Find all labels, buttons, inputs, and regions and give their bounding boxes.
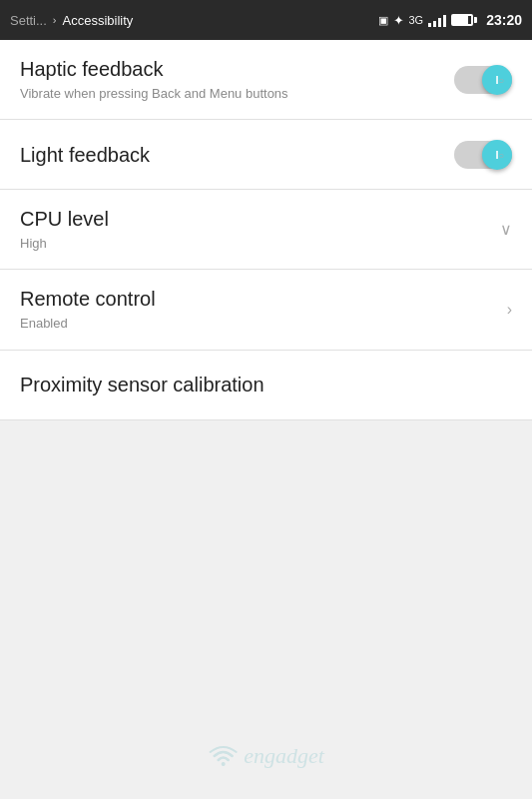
watermark: engadget [208, 743, 324, 769]
light-toggle-off-label: ○ [498, 149, 504, 160]
sim-icon: ▣ [378, 14, 388, 27]
haptic-feedback-item[interactable]: Haptic feedback Vibrate when pressing Ba… [0, 40, 532, 120]
remote-control-chevron-icon: › [507, 301, 512, 319]
remote-control-title: Remote control [20, 286, 507, 312]
settings-list: Haptic feedback Vibrate when pressing Ba… [0, 40, 532, 420]
light-feedback-toggle[interactable]: I ○ [454, 141, 512, 169]
remote-control-text: Remote control Enabled [20, 286, 507, 333]
cpu-level-title: CPU level [20, 206, 500, 232]
light-feedback-title: Light feedback [20, 142, 454, 168]
svg-point-0 [221, 762, 225, 766]
status-time: 23:20 [486, 12, 522, 28]
breadcrumb-current: Accessibility [63, 13, 134, 28]
proximity-sensor-title: Proximity sensor calibration [20, 372, 265, 398]
status-bar: Setti... › Accessibility ▣ ✦ 3G 23:20 [0, 0, 532, 40]
network-type: 3G [409, 14, 424, 26]
signal-strength-icon [428, 13, 446, 27]
haptic-feedback-subtitle: Vibrate when pressing Back and Menu butt… [20, 85, 319, 103]
bluetooth-icon: ✦ [393, 13, 404, 28]
engadget-logo-icon [208, 744, 238, 768]
haptic-feedback-title: Haptic feedback [20, 56, 454, 82]
status-icons: ▣ ✦ 3G 23:20 [378, 12, 523, 28]
cpu-level-chevron-icon: ∨ [500, 220, 512, 239]
proximity-sensor-item[interactable]: Proximity sensor calibration [0, 351, 532, 420]
breadcrumb-prev: Setti... [10, 13, 47, 28]
cpu-level-text: CPU level High [20, 206, 500, 253]
light-feedback-item[interactable]: Light feedback I ○ [0, 120, 532, 190]
status-breadcrumb: Setti... › Accessibility [10, 13, 133, 28]
haptic-feedback-text: Haptic feedback Vibrate when pressing Ba… [20, 56, 454, 103]
haptic-feedback-toggle[interactable]: I ○ [454, 66, 512, 94]
cpu-level-item[interactable]: CPU level High ∨ [0, 190, 532, 270]
battery-icon [451, 14, 477, 26]
cpu-level-value: High [20, 235, 319, 253]
haptic-toggle-off-label: ○ [498, 74, 504, 85]
remote-control-item[interactable]: Remote control Enabled › [0, 270, 532, 350]
watermark-text: engadget [244, 743, 324, 769]
light-feedback-text: Light feedback [20, 142, 454, 168]
remote-control-value: Enabled [20, 315, 319, 333]
breadcrumb-separator: › [53, 14, 57, 26]
